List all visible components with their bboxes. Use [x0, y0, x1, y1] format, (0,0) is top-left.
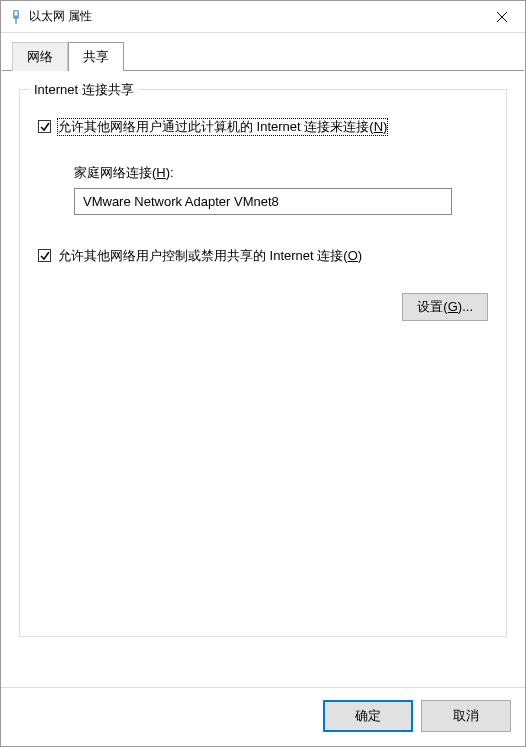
checkbox-allow-connect-box[interactable] [38, 120, 51, 133]
cancel-button[interactable]: 取消 [421, 700, 511, 732]
checkbox-allow-control-label: 允许其他网络用户控制或禁用共享的 Internet 连接(O) [57, 247, 363, 265]
settings-button-row: 设置(G)... [38, 293, 488, 321]
groupbox-ics: Internet 连接共享 允许其他网络用户通过此计算机的 Internet 连… [19, 89, 507, 637]
close-button[interactable] [479, 1, 525, 32]
svg-rect-2 [16, 19, 17, 24]
ok-button[interactable]: 确定 [323, 700, 413, 732]
home-connection-select[interactable]: VMware Network Adapter VMnet8 [74, 188, 452, 215]
window-title: 以太网 属性 [29, 8, 479, 25]
home-connection-label: 家庭网络连接(H): [74, 164, 488, 182]
tab-strip: 网络 共享 [2, 33, 524, 71]
tab-content: Internet 连接共享 允许其他网络用户通过此计算机的 Internet 连… [1, 71, 525, 687]
home-connection-area: 家庭网络连接(H): VMware Network Adapter VMnet8 [74, 164, 488, 215]
network-icon [9, 10, 23, 24]
dialog-footer: 确定 取消 [1, 687, 525, 746]
checkbox-allow-connect-label: 允许其他网络用户通过此计算机的 Internet 连接来连接(N) [57, 118, 388, 136]
tab-sharing[interactable]: 共享 [68, 42, 124, 71]
checkbox-allow-control[interactable]: 允许其他网络用户控制或禁用共享的 Internet 连接(O) [38, 247, 488, 265]
tab-network[interactable]: 网络 [12, 42, 68, 71]
settings-button[interactable]: 设置(G)... [402, 293, 488, 321]
checkbox-allow-control-box[interactable] [38, 249, 51, 262]
groupbox-title: Internet 连接共享 [30, 81, 138, 99]
svg-rect-1 [15, 11, 18, 15]
titlebar: 以太网 属性 [1, 1, 525, 33]
checkbox-allow-connect[interactable]: 允许其他网络用户通过此计算机的 Internet 连接来连接(N) [38, 118, 488, 136]
